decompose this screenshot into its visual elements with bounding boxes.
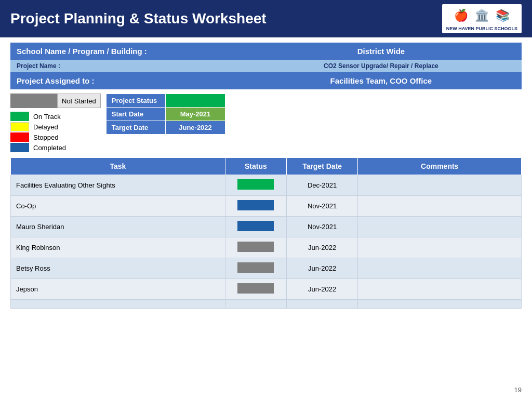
task-target-date: Jun-2022 [286, 279, 358, 300]
logo-text: NEW HAVEN PUBLIC SCHOOLS [446, 26, 517, 31]
task-comments [358, 237, 522, 258]
page-title: Project Planning & Status Worksheet [10, 10, 267, 27]
task-target-date: Nov-2021 [286, 196, 358, 217]
target-date-label: Target Date [106, 121, 166, 135]
task-name [11, 300, 225, 309]
task-comments [358, 217, 522, 237]
legend-stopped: Stopped [10, 132, 101, 142]
not-started-row: Not Started [10, 94, 101, 108]
task-table: Task Status Target Date Comments Facilit… [10, 157, 522, 309]
col-task: Task [11, 158, 225, 175]
project-status-table: Project Status Start Date May-2021 Targe… [106, 94, 225, 135]
completed-box [10, 143, 29, 152]
col-comments: Comments [358, 158, 522, 175]
info-table: School Name / Program / Building : Distr… [10, 43, 522, 89]
task-name: Mauro Sheridan [11, 217, 225, 237]
task-name: King Robinson [11, 237, 225, 258]
header: Project Planning & Status Worksheet 🍎 🏛️… [0, 0, 532, 37]
task-status [225, 196, 286, 217]
start-date-row: Start Date May-2021 [106, 108, 225, 121]
target-date-row: Target Date June-2022 [106, 121, 225, 135]
task-target-date: Jun-2022 [286, 237, 358, 258]
project-name-value: CO2 Sensor Upgrade/ Repair / Replace [241, 60, 522, 72]
assigned-label: Project Assigned to : [10, 72, 241, 89]
stopped-box [10, 132, 29, 142]
task-comments [358, 258, 522, 279]
task-name: Jepson [11, 279, 225, 300]
main-content: School Name / Program / Building : Distr… [0, 37, 532, 314]
project-status-label: Project Status [106, 94, 166, 108]
project-status-row: Project Status [106, 94, 225, 108]
task-name: Co-Op [11, 196, 225, 217]
school-row: School Name / Program / Building : Distr… [10, 43, 522, 60]
logo-area: 🍎 🏛️ 📚 NEW HAVEN PUBLIC SCHOOLS [442, 4, 522, 33]
project-name-label: Project Name : [10, 60, 241, 72]
start-date-value: May-2021 [166, 108, 225, 121]
on-track-box [10, 112, 29, 121]
task-status [225, 175, 286, 196]
middle-section: Not Started On Track Delayed Stopped Co [10, 94, 522, 152]
col-target-date: Target Date [286, 158, 358, 175]
apple-icon: 🍎 [451, 6, 470, 25]
task-target-date [286, 300, 358, 309]
project-name-row: Project Name : CO2 Sensor Upgrade/ Repai… [10, 60, 522, 72]
project-status-indicator [166, 94, 225, 108]
legend-delayed: Delayed [10, 122, 101, 131]
legend-completed: Completed [10, 143, 101, 152]
table-row: Co-OpNov-2021 [11, 196, 522, 217]
table-row: Facilities Evaluating Other SightsDec-20… [11, 175, 522, 196]
task-target-date: Nov-2021 [286, 217, 358, 237]
task-comments [358, 196, 522, 217]
task-status [225, 279, 286, 300]
delayed-box [10, 122, 29, 131]
task-comments [358, 300, 522, 309]
table-row: Betsy RossJun-2022 [11, 258, 522, 279]
table-row: JepsonJun-2022 [11, 279, 522, 300]
on-track-label: On Track [33, 113, 61, 121]
task-status [225, 300, 286, 309]
table-row: Mauro SheridanNov-2021 [11, 217, 522, 237]
task-status [225, 237, 286, 258]
school-label: School Name / Program / Building : [10, 43, 241, 60]
table-row: King RobinsonJun-2022 [11, 237, 522, 258]
start-date-label: Start Date [106, 108, 166, 121]
not-started-label: Not Started [57, 94, 101, 108]
stopped-label: Stopped [33, 134, 58, 141]
task-status [225, 258, 286, 279]
logo-icons: 🍎 🏛️ 📚 [451, 6, 512, 25]
task-target-date: Jun-2022 [286, 258, 358, 279]
assigned-value: Facilities Team, COO Office [241, 72, 522, 89]
target-date-value: June-2022 [166, 121, 225, 135]
task-target-date: Dec-2021 [286, 175, 358, 196]
task-table-header: Task Status Target Date Comments [11, 158, 522, 175]
col-status: Status [225, 158, 286, 175]
book-icon: 📚 [493, 6, 512, 25]
legend-on-track: On Track [10, 112, 101, 121]
task-status [225, 217, 286, 237]
task-comments [358, 279, 522, 300]
building-icon: 🏛️ [472, 6, 491, 25]
school-value: District Wide [241, 43, 522, 60]
table-row [11, 300, 522, 309]
task-comments [358, 175, 522, 196]
task-name: Facilities Evaluating Other Sights [11, 175, 225, 196]
legend-area: Not Started On Track Delayed Stopped Co [10, 94, 101, 152]
completed-label: Completed [33, 144, 66, 152]
not-started-box [10, 94, 57, 108]
legend: On Track Delayed Stopped Completed [10, 112, 101, 152]
delayed-label: Delayed [33, 123, 58, 131]
page-number: 19 [514, 386, 522, 394]
task-name: Betsy Ross [11, 258, 225, 279]
assigned-row: Project Assigned to : Facilities Team, C… [10, 72, 522, 89]
